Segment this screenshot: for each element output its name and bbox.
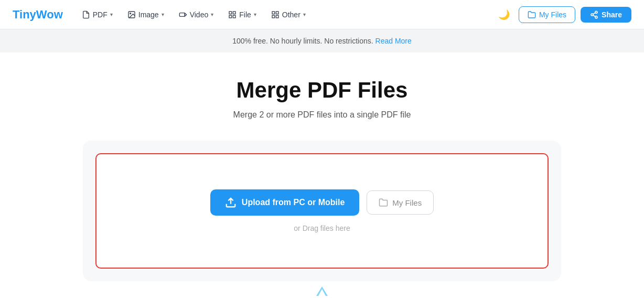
promo-banner: 100% free. No hourly limits. No restrict…: [0, 29, 644, 52]
moon-icon: 🌙: [498, 9, 510, 20]
upload-my-files-button[interactable]: My Files: [367, 190, 434, 215]
nav-other-label: Other: [282, 10, 300, 19]
svg-line-15: [593, 15, 596, 17]
main-content: Merge PDF Files Merge 2 or more PDF file…: [70, 52, 574, 298]
logo-black: Tiny: [13, 8, 36, 21]
nav-items: PDF ▾ Image ▾ Video ▾: [76, 7, 490, 22]
nav-my-files-button[interactable]: My Files: [519, 6, 575, 23]
nav-image-label: Image: [138, 10, 159, 19]
svg-line-16: [593, 13, 596, 14]
bottom-icon-area: [83, 286, 561, 296]
page-title: Merge PDF Files: [83, 78, 561, 103]
other-grid-icon: [271, 10, 280, 19]
nav-item-image[interactable]: Image ▾: [121, 7, 170, 22]
upload-pc-button[interactable]: Upload from PC or Mobile: [210, 189, 359, 216]
file-chevron-icon: ▾: [254, 12, 256, 17]
video-icon: [179, 10, 187, 19]
other-chevron-icon: ▾: [303, 12, 306, 17]
nav-video-label: Video: [190, 10, 209, 19]
file-grid-icon: [228, 10, 237, 19]
image-chevron-icon: ▾: [162, 12, 164, 17]
video-chevron-icon: ▾: [211, 12, 213, 17]
logo[interactable]: TinyWow: [13, 8, 63, 22]
svg-rect-10: [272, 15, 275, 18]
svg-rect-2: [179, 13, 185, 16]
nav-item-pdf[interactable]: PDF ▾: [76, 7, 119, 22]
share-icon: [590, 10, 598, 19]
share-label: Share: [602, 10, 622, 19]
svg-point-14: [595, 16, 597, 18]
image-icon: [127, 10, 136, 19]
logo-blue: Wow: [36, 8, 63, 21]
document-icon: [82, 10, 90, 19]
nav-my-files-label: My Files: [539, 10, 566, 19]
my-files-nav-icon: [528, 10, 536, 19]
pdf-chevron-icon: ▾: [110, 12, 113, 17]
svg-rect-4: [229, 12, 232, 14]
svg-rect-6: [229, 15, 232, 18]
nav-item-video[interactable]: Video ▾: [173, 7, 220, 22]
nav-item-other[interactable]: Other ▾: [265, 7, 312, 22]
upload-icon: [225, 197, 237, 208]
upload-buttons: Upload from PC or Mobile My Files: [210, 189, 434, 216]
svg-point-12: [595, 11, 597, 13]
svg-point-1: [130, 13, 131, 14]
svg-marker-3: [185, 13, 186, 16]
nav-pdf-label: PDF: [93, 10, 108, 19]
banner-read-more-link[interactable]: Read More: [375, 37, 412, 45]
upload-my-files-label: My Files: [392, 198, 422, 207]
my-files-upload-icon: [379, 198, 388, 207]
page-subtitle: Merge 2 or more PDF files into a single …: [83, 110, 561, 120]
svg-point-13: [591, 14, 593, 16]
nav-file-label: File: [239, 10, 251, 19]
banner-text: 100% free. No hourly limits. No restrict…: [232, 37, 373, 45]
dark-mode-button[interactable]: 🌙: [495, 5, 513, 24]
svg-rect-9: [276, 12, 278, 14]
upload-pc-label: Upload from PC or Mobile: [242, 198, 345, 207]
nav-item-file[interactable]: File ▾: [222, 7, 263, 22]
svg-rect-11: [276, 15, 278, 18]
drag-files-text: or Drag files here: [294, 224, 350, 232]
upload-dropzone[interactable]: Upload from PC or Mobile My Files or Dra…: [95, 153, 549, 269]
svg-rect-5: [233, 12, 236, 14]
nav-right: 🌙 My Files Share: [495, 5, 631, 24]
share-button[interactable]: Share: [581, 7, 631, 23]
navbar: TinyWow PDF ▾ Image ▾: [0, 0, 644, 29]
bottom-triangle-icon: [316, 286, 328, 296]
upload-container: Upload from PC or Mobile My Files or Dra…: [83, 141, 561, 281]
svg-rect-7: [233, 15, 236, 18]
svg-rect-8: [272, 12, 275, 14]
